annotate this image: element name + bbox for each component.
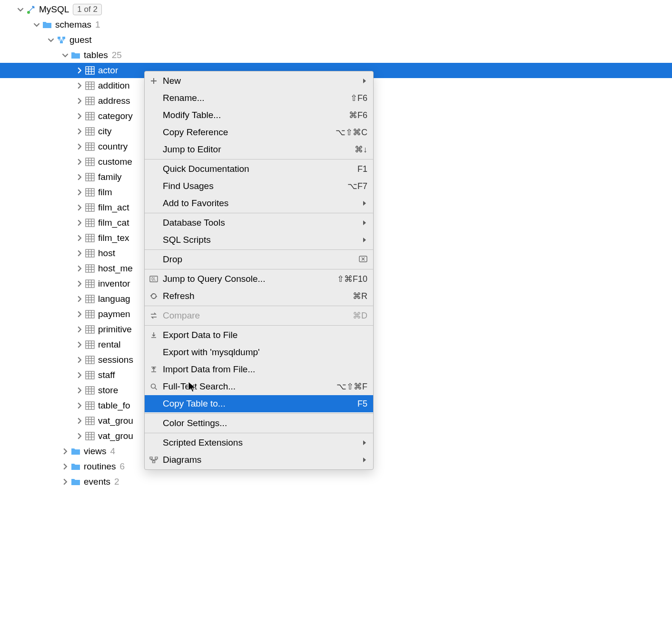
chevron-right-icon[interactable] bbox=[75, 401, 84, 410]
chevron-right-icon[interactable] bbox=[75, 356, 84, 364]
menu-separator bbox=[145, 249, 373, 250]
menu-item-label: Find Usages bbox=[163, 181, 214, 191]
tree-label: primitive bbox=[98, 324, 132, 335]
svg-rect-89 bbox=[86, 326, 94, 333]
menu-shortcut: ⇧F6 bbox=[350, 93, 367, 103]
chevron-down-icon[interactable] bbox=[61, 51, 69, 60]
menu-item[interactable]: Export with 'mysqldump' bbox=[145, 344, 373, 361]
tree-label: host_me bbox=[98, 263, 133, 274]
table-icon bbox=[85, 202, 95, 213]
diagram-icon bbox=[148, 455, 160, 465]
chevron-right-icon[interactable] bbox=[61, 447, 69, 456]
chevron-right-icon[interactable] bbox=[61, 478, 69, 486]
menu-item[interactable]: Import Data from File... bbox=[145, 361, 373, 378]
tree-row-tables-folder[interactable]: tables 25 bbox=[0, 48, 672, 63]
chevron-right-icon[interactable] bbox=[75, 158, 84, 166]
chevron-down-icon[interactable] bbox=[47, 36, 55, 44]
menu-item-label: Compare bbox=[163, 310, 200, 321]
menu-item[interactable]: Copy Reference⌥⇧⌘C bbox=[145, 124, 373, 141]
chevron-right-icon[interactable] bbox=[75, 81, 84, 90]
tree-label: host bbox=[98, 248, 115, 259]
tree-label: languag bbox=[98, 294, 130, 304]
chevron-right-icon[interactable] bbox=[75, 310, 84, 318]
tree-label: schemas bbox=[55, 20, 91, 30]
chevron-right-icon[interactable] bbox=[75, 417, 84, 425]
blank-icon bbox=[148, 418, 160, 428]
menu-item-label: Full-Text Search... bbox=[163, 381, 236, 392]
blank-icon bbox=[148, 127, 160, 138]
tree-count: 2 bbox=[114, 477, 119, 487]
tree-row-datasource[interactable]: MySQL 1 of 2 bbox=[0, 2, 672, 17]
menu-item[interactable]: QLJump to Query Console...⇧⌘F10 bbox=[145, 270, 373, 288]
chevron-right-icon[interactable] bbox=[75, 432, 84, 440]
chevron-right-icon[interactable] bbox=[75, 295, 84, 303]
tree-row-schemas[interactable]: schemas 1 bbox=[0, 17, 672, 32]
svg-rect-24 bbox=[86, 128, 94, 135]
menu-item[interactable]: Export Data to File bbox=[145, 327, 373, 344]
tree-row-schema-guest[interactable]: guest bbox=[0, 32, 672, 48]
menu-item[interactable]: Scripted Extensions bbox=[145, 434, 373, 451]
menu-item-label: Color Settings... bbox=[163, 418, 227, 428]
chevron-right-icon[interactable] bbox=[75, 371, 84, 379]
svg-rect-9 bbox=[86, 82, 94, 90]
table-icon bbox=[85, 248, 95, 259]
chevron-right-icon[interactable] bbox=[75, 234, 84, 242]
tree-row-events-folder[interactable]: events 2 bbox=[0, 474, 672, 489]
chevron-right-icon[interactable] bbox=[75, 112, 84, 120]
chevron-right-icon[interactable] bbox=[75, 97, 84, 105]
chevron-right-icon[interactable] bbox=[75, 219, 84, 227]
chevron-right-icon[interactable] bbox=[75, 249, 84, 258]
table-icon bbox=[85, 141, 95, 152]
menu-item[interactable]: Rename...⇧F6 bbox=[145, 90, 373, 107]
svg-rect-109 bbox=[86, 387, 94, 394]
chevron-right-icon[interactable] bbox=[75, 173, 84, 181]
datasource-icon bbox=[26, 4, 36, 15]
menu-item[interactable]: Modify Table...⌘F6 bbox=[145, 107, 373, 124]
menu-item[interactable]: Refresh⌘R bbox=[145, 288, 373, 305]
menu-item-label: Jump to Query Console... bbox=[163, 274, 265, 284]
chevron-right-icon[interactable] bbox=[75, 264, 84, 273]
menu-item[interactable]: Drop bbox=[145, 251, 373, 268]
chevron-right-icon[interactable] bbox=[75, 325, 84, 334]
chevron-right-icon[interactable] bbox=[75, 142, 84, 151]
menu-item[interactable]: New bbox=[145, 72, 373, 90]
menu-item[interactable]: Jump to Editor⌘↓ bbox=[145, 141, 373, 158]
chevron-right-icon[interactable] bbox=[75, 188, 84, 197]
chevron-down-icon[interactable] bbox=[16, 5, 25, 14]
table-icon bbox=[85, 279, 95, 289]
chevron-right-icon[interactable] bbox=[75, 340, 84, 349]
menu-item[interactable]: Add to Favorites bbox=[145, 195, 373, 212]
svg-rect-84 bbox=[86, 310, 94, 318]
svg-rect-2 bbox=[62, 37, 65, 39]
chevron-right-icon[interactable] bbox=[75, 279, 84, 288]
menu-item-label: Copy Table to... bbox=[163, 398, 226, 409]
menu-item[interactable]: Find Usages⌥F7 bbox=[145, 178, 373, 195]
context-menu: NewRename...⇧F6Modify Table...⌘F6Copy Re… bbox=[144, 71, 374, 470]
svg-rect-14 bbox=[86, 97, 94, 105]
blank-icon bbox=[148, 438, 160, 448]
svg-rect-124 bbox=[86, 432, 94, 440]
menu-item[interactable]: Quick DocumentationF1 bbox=[145, 160, 373, 178]
menu-item[interactable]: Database Tools bbox=[145, 214, 373, 231]
menu-item[interactable]: Full-Text Search...⌥⇧⌘F bbox=[145, 378, 373, 395]
tree-count: 1 bbox=[95, 20, 100, 30]
menu-item[interactable]: Diagrams bbox=[145, 451, 373, 468]
tree-label: paymen bbox=[98, 309, 130, 319]
menu-item[interactable]: Color Settings... bbox=[145, 415, 373, 432]
folder-icon bbox=[70, 461, 81, 472]
blank-icon bbox=[148, 198, 160, 209]
chevron-down-icon[interactable] bbox=[32, 20, 41, 29]
tree-label: country bbox=[98, 141, 128, 152]
chevron-right-icon[interactable] bbox=[61, 462, 69, 471]
menu-shortcut: ⇧⌘F10 bbox=[337, 274, 367, 284]
menu-item[interactable]: SQL Scripts bbox=[145, 231, 373, 249]
chevron-right-icon[interactable] bbox=[75, 386, 84, 395]
chevron-right-icon[interactable] bbox=[75, 66, 84, 75]
chevron-right-icon[interactable] bbox=[75, 127, 84, 136]
tree-label: film_cat bbox=[98, 218, 129, 228]
menu-item[interactable]: Copy Table to...F5 bbox=[145, 395, 373, 412]
tree-label: MySQL bbox=[39, 4, 69, 15]
table-icon bbox=[85, 233, 95, 243]
chevron-right-icon[interactable] bbox=[75, 203, 84, 212]
menu-item-label: Drop bbox=[163, 254, 182, 265]
